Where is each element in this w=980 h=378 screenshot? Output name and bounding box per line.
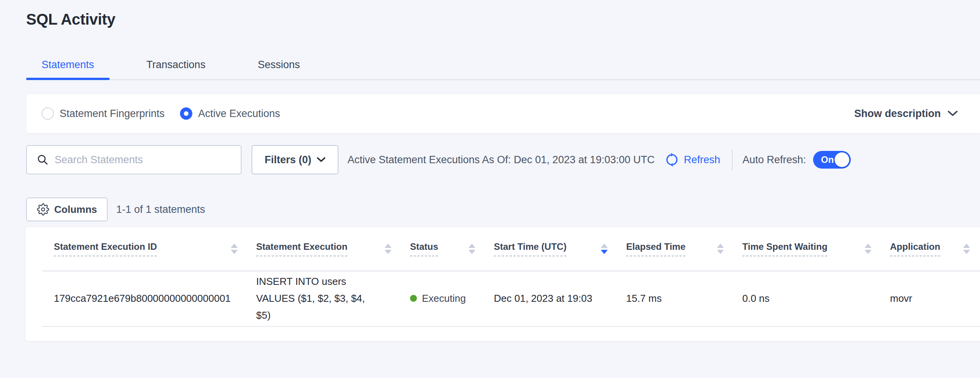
refresh-icon xyxy=(665,152,679,167)
status-executing-icon xyxy=(410,295,417,302)
column-header-statement-execution[interactable]: Statement Execution xyxy=(256,227,410,271)
cell-time-spent-waiting: 0.0 ns xyxy=(742,271,890,326)
sort-icon xyxy=(865,244,872,254)
view-mode-card: Statement Fingerprints Active Executions… xyxy=(26,94,980,133)
table-controls: Columns 1-1 of 1 statements xyxy=(26,197,205,221)
radio-unselected-icon xyxy=(42,107,54,120)
toolbar-divider xyxy=(732,149,733,171)
as-of-timestamp: Active Statement Executions As Of: Dec 0… xyxy=(348,154,655,166)
columns-label: Columns xyxy=(54,204,97,216)
toggle-state-label: On xyxy=(821,154,834,165)
sort-icon xyxy=(385,244,392,254)
show-description-label: Show description xyxy=(854,108,941,120)
radio-active-executions[interactable]: Active Executions xyxy=(180,107,280,120)
sort-icon xyxy=(717,244,724,254)
sort-icon xyxy=(468,244,475,254)
radio-selected-icon xyxy=(180,107,192,120)
row-divider xyxy=(42,326,980,327)
columns-button[interactable]: Columns xyxy=(26,197,108,221)
cell-statement: INSERT INTO users VALUES ($1, $2, $3, $4… xyxy=(256,271,410,326)
tab-sessions[interactable]: Sessions xyxy=(242,50,315,79)
filters-label: Filters (0) xyxy=(265,154,312,166)
column-header-status[interactable]: Status xyxy=(410,227,494,271)
tab-statements[interactable]: Statements xyxy=(26,50,110,79)
auto-refresh-label: Auto Refresh: xyxy=(743,154,806,166)
sql-activity-page: SQL Activity Statements Transactions Ses… xyxy=(0,0,980,378)
results-count: 1-1 of 1 statements xyxy=(116,204,205,216)
refresh-label: Refresh xyxy=(684,154,720,166)
active-executions-table: Statement Execution ID Statement Executi… xyxy=(25,227,980,326)
chevron-down-icon xyxy=(948,110,958,117)
cell-execution-id: 179cca7921e679b80000000000000001 xyxy=(25,271,256,326)
radio-label: Statement Fingerprints xyxy=(60,108,165,120)
radio-statement-fingerprints[interactable]: Statement Fingerprints xyxy=(42,107,165,120)
cell-application: movr xyxy=(890,271,980,326)
column-header-time-spent-waiting[interactable]: Time Spent Waiting xyxy=(742,227,890,271)
sort-desc-icon xyxy=(601,244,608,254)
gear-icon xyxy=(37,203,49,216)
table-header-row: Statement Execution ID Statement Executi… xyxy=(25,227,980,271)
search-input[interactable] xyxy=(55,154,233,166)
tab-bar: Statements Transactions Sessions xyxy=(26,50,980,80)
column-header-elapsed-time[interactable]: Elapsed Time xyxy=(626,227,742,271)
cell-elapsed-time: 15.7 ms xyxy=(626,271,742,326)
cell-status: Executing xyxy=(410,271,494,326)
statements-table-panel: Statement Execution ID Statement Executi… xyxy=(25,227,980,341)
sort-icon xyxy=(231,244,238,254)
header-divider xyxy=(42,271,980,271)
refresh-button[interactable]: Refresh xyxy=(665,152,720,167)
column-header-statement-execution-id[interactable]: Statement Execution ID xyxy=(25,227,256,271)
tab-transactions[interactable]: Transactions xyxy=(131,50,221,79)
auto-refresh-toggle[interactable]: On xyxy=(813,151,851,169)
statements-toolbar: Filters (0) Active Statement Executions … xyxy=(26,145,980,175)
toggle-knob xyxy=(835,152,849,167)
filters-button[interactable]: Filters (0) xyxy=(252,145,338,174)
status-label: Executing xyxy=(422,293,466,304)
search-box xyxy=(26,145,242,174)
search-icon xyxy=(37,154,48,166)
sort-icon xyxy=(963,244,970,254)
table-row[interactable]: 179cca7921e679b80000000000000001 INSERT … xyxy=(25,271,980,326)
show-description-toggle[interactable]: Show description xyxy=(854,108,980,120)
radio-label: Active Executions xyxy=(198,108,280,120)
cell-start-time: Dec 01, 2023 at 19:03 xyxy=(494,271,626,326)
page-title: SQL Activity xyxy=(26,11,115,28)
chevron-down-icon xyxy=(317,157,325,162)
column-header-start-time[interactable]: Start Time (UTC) xyxy=(494,227,626,271)
column-header-application[interactable]: Application xyxy=(890,227,980,271)
